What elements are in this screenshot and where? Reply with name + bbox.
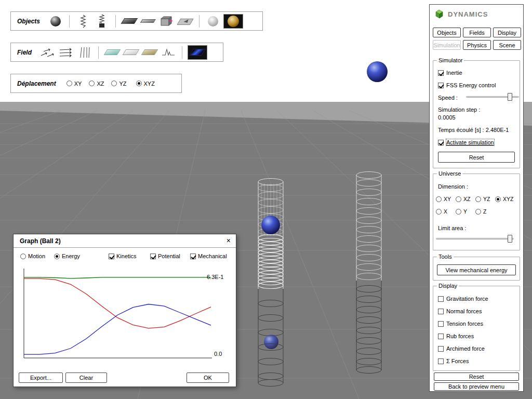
radio-circle	[436, 209, 442, 215]
ball-in-cylinder[interactable]	[261, 216, 280, 234]
close-icon[interactable]: ×	[227, 236, 231, 245]
axis-z-radio[interactable]: Z	[475, 208, 486, 215]
field-lines-icon[interactable]	[76, 45, 93, 60]
sphere-light-icon[interactable]	[205, 14, 221, 29]
checkbox-box	[438, 140, 444, 145]
limit-area-label: Limit area :	[438, 225, 466, 231]
slider-thumb[interactable]	[508, 235, 512, 243]
simulation-step-label: Simulation step :	[438, 107, 480, 113]
tension-forces-checkbox[interactable]: Tension forces	[438, 321, 483, 327]
ramp-icon[interactable]	[177, 14, 194, 29]
sigma-forces-checkbox[interactable]: Σ Forces	[438, 358, 469, 364]
checkbox-box	[438, 321, 444, 327]
radio-circle	[475, 209, 481, 215]
checkbox-box	[438, 334, 444, 339]
deplacement-radio-xy[interactable]: XY	[66, 81, 82, 87]
arrows-diverge-icon[interactable]	[39, 45, 56, 60]
inertie-checkbox[interactable]: Inertie	[438, 70, 462, 76]
spring-mass-icon[interactable]	[94, 14, 110, 29]
checkbox-box	[109, 254, 114, 259]
radio-circle	[495, 196, 501, 202]
plot-series	[24, 277, 211, 354]
series-kinetics	[24, 304, 211, 355]
nav-fields-button[interactable]: Fields	[463, 28, 491, 37]
axis-x-radio[interactable]: X	[436, 208, 447, 215]
plane-icon[interactable]	[121, 14, 138, 29]
dim-yz-radio[interactable]: YZ	[475, 196, 490, 202]
plane-tan-icon[interactable]	[141, 45, 158, 60]
objects-toolbar-label: Objects	[17, 18, 40, 25]
elapsed-time-row: Temps écoulé [s] : 2.480E-1	[438, 127, 509, 133]
field-toolbar-label: Field	[17, 49, 32, 56]
checkbox-box	[438, 309, 444, 314]
nav-display-button[interactable]: Display	[493, 28, 521, 37]
slider-thumb[interactable]	[508, 93, 512, 101]
deplacement-radio-yz[interactable]: YZ	[111, 81, 126, 87]
graph-mode-energy-radio[interactable]: Energy	[54, 253, 80, 259]
radio-circle	[136, 81, 142, 86]
archimed-force-checkbox[interactable]: Archimed force	[438, 345, 485, 352]
dim-xyz-radio[interactable]: XYZ	[495, 196, 513, 202]
plane-cyan-icon[interactable]	[104, 45, 121, 60]
y-max-label: 6.3E-1	[207, 274, 223, 280]
plate-icon[interactable]	[140, 14, 156, 29]
checkbox-box	[438, 358, 444, 364]
elapsed-time-label: Temps écoulé [s] :	[438, 127, 484, 133]
back-to-preview-menu-button[interactable]: Back to preview menu	[434, 382, 519, 391]
axis-y-radio[interactable]: Y	[456, 208, 467, 215]
checkbox-box	[438, 346, 444, 352]
display-reset-button[interactable]: Reset	[434, 373, 519, 381]
y-min-label: 0.0	[214, 351, 222, 357]
ok-button[interactable]: OK	[187, 373, 229, 383]
rub-forces-checkbox[interactable]: Rub forces	[438, 333, 474, 339]
deplacement-toolbar: Déplacement XY XZ YZ XYZ	[10, 74, 182, 93]
dim-xy-radio[interactable]: XY	[436, 196, 451, 202]
radio-circle	[456, 209, 461, 215]
clear-button[interactable]: Clear	[65, 373, 107, 383]
dim-xz-radio[interactable]: XZ	[456, 196, 470, 202]
plane-white-icon[interactable]	[123, 45, 139, 60]
speed-slider[interactable]	[466, 93, 519, 101]
ball-icon[interactable]	[47, 14, 64, 29]
plane-textured-blue-icon[interactable]	[188, 45, 207, 60]
normal-forces-checkbox[interactable]: Normal forces	[438, 308, 482, 314]
wave-icon[interactable]	[160, 45, 177, 60]
nav-scene-button[interactable]: Scene	[493, 40, 521, 50]
brand-title: DYNAMICS	[448, 10, 488, 18]
nav-objects-button[interactable]: Objects	[433, 28, 461, 37]
ball-free[interactable]	[367, 61, 388, 82]
checkbox-box	[150, 254, 156, 259]
spring-icon[interactable]	[75, 14, 91, 29]
dynamics-logo-icon	[434, 9, 444, 19]
kinetics-checkbox[interactable]: Kinetics	[109, 253, 137, 259]
potential-checkbox[interactable]: Potential	[150, 253, 180, 259]
graph-window: Graph (Ball 2) × Motion Energy Kinetics …	[13, 234, 236, 387]
tools-group-label: Tools	[437, 254, 454, 260]
nav-simulation-button: Simulation	[433, 40, 461, 50]
fss-energy-control-checkbox[interactable]: FSS Energy control	[438, 82, 496, 88]
energy-plot	[18, 265, 233, 365]
graph-window-titlebar[interactable]: Graph (Ball 2) ×	[14, 234, 236, 248]
box-icon[interactable]	[158, 14, 175, 29]
simulator-group-label: Simulator	[437, 57, 464, 63]
deplacement-radio-xyz[interactable]: XYZ	[136, 81, 155, 87]
checkbox-box	[438, 83, 444, 88]
toolbar-separator	[199, 15, 200, 28]
export-button[interactable]: Export...	[19, 373, 63, 383]
arrows-parallel-icon[interactable]	[58, 45, 74, 60]
ball-lower-faint[interactable]	[264, 335, 278, 349]
dimension-label: Dimension :	[438, 183, 468, 190]
sphere-textured-icon[interactable]	[223, 14, 243, 29]
graph-mode-motion-radio[interactable]: Motion	[20, 253, 45, 259]
toolbar-separator	[182, 46, 182, 59]
radio-circle	[89, 81, 95, 86]
display-group-label: Display	[437, 283, 459, 289]
simulator-reset-button[interactable]: Reset	[438, 152, 515, 163]
nav-physics-button[interactable]: Physics	[463, 40, 491, 50]
activate-simulation-checkbox[interactable]: Activate simulation	[438, 139, 494, 145]
mechanical-checkbox[interactable]: Mechanical	[190, 253, 227, 259]
limit-area-slider[interactable]	[436, 235, 514, 243]
deplacement-radio-xz[interactable]: XZ	[89, 81, 104, 87]
gravitation-force-checkbox[interactable]: Gravitation force	[438, 296, 488, 302]
view-mechanical-energy-button[interactable]: View mechanical energy	[437, 264, 516, 275]
